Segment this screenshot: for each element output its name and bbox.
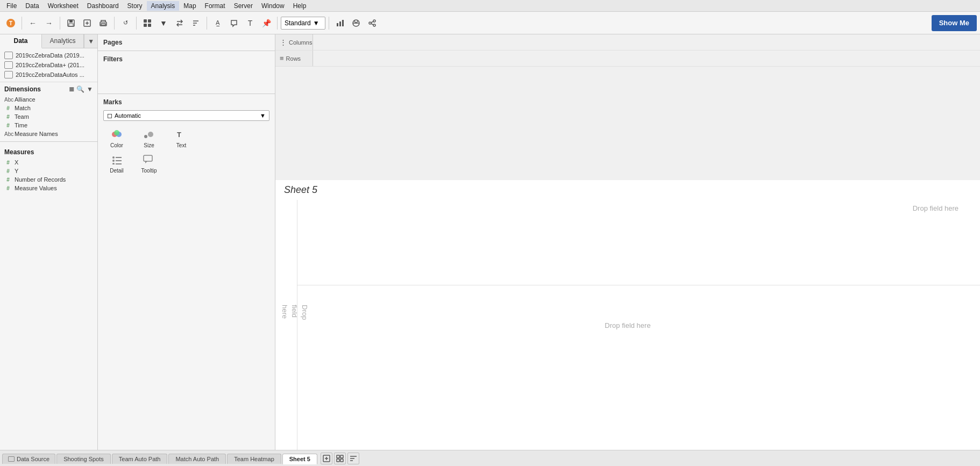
menu-window[interactable]: Window — [257, 1, 289, 11]
print-btn[interactable] — [96, 16, 111, 31]
svg-point-23 — [369, 22, 371, 24]
tooltip-btn[interactable] — [226, 16, 242, 31]
menu-help[interactable]: Help — [289, 1, 311, 11]
measure-y[interactable]: # Y — [0, 167, 97, 175]
detail-mark-btn[interactable]: Detail — [103, 153, 130, 174]
sort-asc-btn[interactable] — [188, 16, 203, 31]
dimension-match[interactable]: # Match — [0, 104, 97, 112]
tab-analytics[interactable]: Analytics — [42, 34, 84, 48]
tab-data-source[interactable]: Data Source — [2, 454, 55, 464]
dimension-team[interactable]: # Team — [0, 112, 97, 121]
svg-line-26 — [371, 24, 373, 25]
tab-match-auto-path[interactable]: Match Auto Path — [168, 454, 226, 464]
menu-dashboard[interactable]: Dashboard — [83, 1, 123, 11]
undo-btn[interactable]: ← — [25, 16, 40, 31]
hash-icon-y: # — [4, 168, 12, 174]
marks-buttons-row2: Detail Tooltip — [98, 153, 275, 178]
dimension-time[interactable]: # Time — [0, 121, 97, 130]
redo-btn[interactable]: → — [41, 16, 56, 31]
text-mark-btn[interactable]: T Text — [168, 127, 195, 148]
tab-team-heatmap[interactable]: Team Heatmap — [227, 454, 281, 464]
tab-data[interactable]: Data — [0, 34, 42, 48]
marks-auto-icon: ◻ — [107, 112, 112, 119]
rows-drop-area[interactable] — [313, 51, 980, 66]
standard-select[interactable]: Standard ▼ — [281, 17, 325, 30]
sidebar: Data Analytics ▼ 2019ccZebraData (2019..… — [0, 34, 98, 450]
left-panel-bottom — [98, 180, 275, 450]
new-sheet-tab-btn[interactable] — [321, 453, 332, 464]
sidebar-expand-icon[interactable]: ▼ — [88, 38, 94, 45]
menu-format[interactable]: Format — [201, 1, 230, 11]
measure-x[interactable]: # X — [0, 158, 97, 167]
menu-worksheet[interactable]: Worksheet — [44, 1, 83, 11]
marks-type-label: Automatic — [115, 112, 141, 119]
drop-hint-left: Dropfieldhere — [280, 305, 309, 320]
svg-rect-39 — [144, 155, 152, 161]
menu-file[interactable]: File — [2, 1, 21, 11]
menu-map[interactable]: Map — [179, 1, 200, 11]
worksheet-title: Sheet 5 — [284, 184, 317, 195]
tooltip-mark-btn[interactable]: Tooltip — [136, 153, 162, 174]
marks-type-dropdown[interactable]: ◻ Automatic ▼ — [103, 110, 269, 121]
swap-btn[interactable] — [172, 16, 187, 31]
menu-story[interactable]: Story — [123, 1, 147, 11]
menu-server[interactable]: Server — [230, 1, 257, 11]
measure-mv-label: Measure Values — [15, 185, 57, 191]
drop-btn[interactable]: ▼ — [156, 16, 171, 31]
hash-icon-x: # — [4, 160, 12, 166]
label-btn[interactable]: T — [243, 16, 258, 31]
text-type-icon-mn: Abc — [4, 131, 12, 137]
grid-view-icon[interactable]: ≣ — [69, 85, 74, 93]
canvas-hline — [297, 285, 980, 285]
tab-sheet5[interactable]: Sheet 5 — [282, 454, 317, 464]
separator-7 — [329, 17, 329, 30]
number-type-icon-time: # — [4, 123, 12, 128]
marks-dropdown-arrow: ▼ — [260, 112, 266, 119]
measure-measure-values[interactable]: # Measure Values — [0, 184, 97, 192]
dimension-alliance-label: Alliance — [15, 96, 35, 103]
number-type-icon-team: # — [4, 114, 12, 120]
menu-bar: File Data Worksheet Dashboard Story Anal… — [0, 0, 980, 12]
columns-drop-area[interactable] — [313, 34, 980, 50]
dimension-time-label: Time — [15, 122, 27, 128]
expand-icon[interactable]: ▼ — [87, 85, 93, 93]
svg-rect-11 — [148, 19, 151, 23]
new-story-tab-btn[interactable] — [347, 453, 359, 464]
tab-team-auto-path[interactable]: Team Auto Path — [112, 454, 168, 464]
show-me-button[interactable]: Show Me — [932, 15, 977, 31]
highlight-btn[interactable]: A̲ — [210, 16, 225, 31]
shelves-panels-row: Pages Filters Marks ◻ Automatic ▼ — [98, 34, 980, 180]
left-panel: Pages Filters Marks ◻ Automatic ▼ — [98, 34, 275, 180]
new-sheet-btn[interactable] — [80, 16, 95, 31]
dimension-measure-names[interactable]: Abc Measure Names — [0, 130, 97, 138]
data-source-1[interactable]: 2019ccZebraData (2019... — [0, 51, 97, 60]
pin-btn[interactable]: 📌 — [259, 16, 274, 31]
tab-shooting-spots[interactable]: Shooting Spots — [56, 454, 111, 464]
hash-icon-nor: # — [4, 177, 12, 183]
new-dashboard-tab-btn[interactable] — [334, 453, 346, 464]
text-icon: T — [173, 127, 189, 141]
search-icon[interactable]: 🔍 — [76, 85, 84, 93]
data-source-2[interactable]: 2019ccZebraData+ (201... — [0, 60, 97, 70]
color-mark-btn[interactable]: Color — [103, 127, 130, 148]
number-type-icon-match: # — [4, 105, 12, 111]
undo2-btn[interactable]: ↺ — [118, 16, 133, 31]
svg-rect-44 — [337, 455, 339, 458]
svg-point-34 — [112, 160, 115, 162]
data-source-3[interactable]: 2019ccZebraDataAutos ... — [0, 70, 97, 80]
dimension-alliance[interactable]: Abc Alliance — [0, 95, 97, 104]
chart-type-btn[interactable] — [332, 16, 347, 31]
measure-number-of-records[interactable]: # Number of Records — [0, 175, 97, 184]
share-btn[interactable] — [365, 16, 380, 31]
measure-x-label: X — [15, 159, 18, 166]
menu-analysis[interactable]: Analysis — [147, 1, 180, 11]
size-mark-btn[interactable]: Size — [136, 127, 162, 148]
menu-data[interactable]: Data — [21, 1, 43, 11]
view-btn[interactable] — [140, 16, 155, 31]
map-btn[interactable] — [349, 16, 364, 31]
main-area: Data Analytics ▼ 2019ccZebraData (2019..… — [0, 34, 980, 450]
svg-point-35 — [112, 163, 115, 164]
save-btn[interactable] — [63, 16, 79, 31]
toolbar: T ← → ↺ ▼ A̲ T 📌 Standard ▼ Show Me — [0, 12, 980, 34]
columns-label: Columns — [289, 39, 312, 46]
